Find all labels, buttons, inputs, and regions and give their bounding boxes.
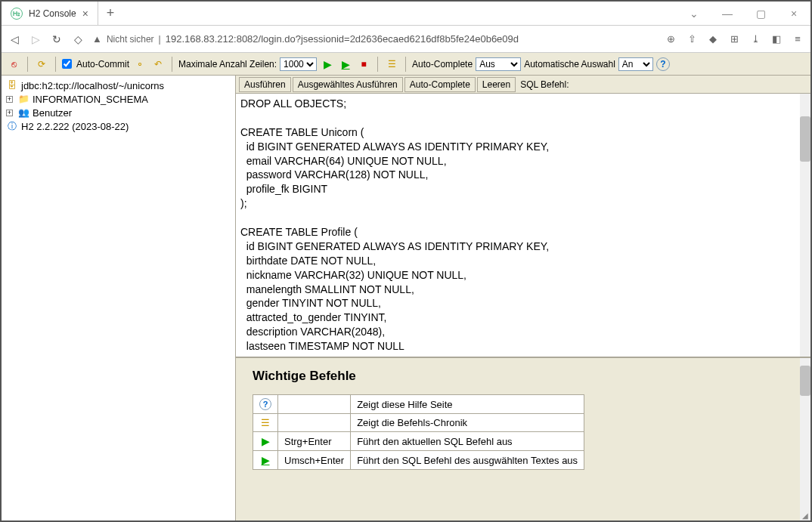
auto-complete-select[interactable]: Aus [476,57,521,71]
history-icon[interactable]: ☰ [384,57,399,72]
cmd-key: Umsch+Enter [278,451,351,470]
rollback-icon[interactable]: ↶ [150,57,166,72]
tree-jdbc-url[interactable]: 🗄 jdbc:h2:tcp://localhost/~/unicorns [6,79,231,92]
auto-complete-label: Auto-Complete [412,59,473,69]
main-area: Ausführen Ausgewähltes Ausführen Auto-Co… [236,76,810,520]
version-label: H2 2.2.222 (2023-08-22) [21,121,129,132]
expand-icon[interactable]: + [6,96,13,103]
jdbc-label: jdbc:h2:tcp://localhost/~/unicorns [21,80,164,91]
sql-label: SQL Befehl: [520,79,569,90]
commit-icon[interactable]: ⚬ [132,57,147,72]
cmd-desc: Zeigt die Befehls-Chronik [351,414,584,432]
run-selected-icon[interactable]: ▶ [338,57,353,72]
cmd-key [278,395,351,414]
editor-scroll-thumb[interactable] [800,116,810,162]
tab-title: H2 Console [29,8,76,19]
brave-shield-icon[interactable]: ◆ [706,32,720,46]
table-row: ▶Strg+EnterFührt den aktuellen SQL Befeh… [253,432,584,451]
sidebar-toggle-icon[interactable]: ◧ [770,32,783,46]
commands-table: ?Zeigt diese Hilfe Seite☰Zeigt die Befeh… [253,394,584,470]
download-icon[interactable]: ⤓ [748,32,762,46]
tree-version[interactable]: ⓘ H2 2.2.222 (2023-08-22) [6,119,231,133]
cmd-desc: Zeigt diese Hilfe Seite [351,395,584,414]
nav-forward-icon[interactable]: ▷ [29,32,42,46]
run-button[interactable]: Ausführen [239,77,291,92]
url-text: 192.168.83.212:8082/login.do?jsessionid=… [166,33,519,45]
auto-auswahl-label: Automatische Auswahl [524,59,615,69]
url-area[interactable]: ▲ Nicht sicher | 192.168.83.212:8082/log… [92,33,656,45]
security-label: Nicht sicher [107,34,154,45]
cmd-desc: Führt den SQL Befehl des ausgwählten Tex… [351,451,584,470]
h2-favicon-icon: H₂ [11,8,23,20]
h2-toolbar: ⎋ ⟳ Auto-Commit ⚬ ↶ Maximale Anzahl Zeil… [2,53,810,76]
resize-handle-icon[interactable]: ◢ [800,510,810,520]
cmd-icon: ? [253,395,278,414]
window-maximize-icon[interactable]: ▢ [744,2,777,25]
cmd-icon: ▶ [253,432,278,451]
db-tree: 🗄 jdbc:h2:tcp://localhost/~/unicorns + 📁… [2,76,236,520]
sql-editor[interactable] [236,94,810,357]
window-minimize-icon[interactable]: — [711,2,744,25]
table-row: ☰Zeigt die Befehls-Chronik [253,414,584,432]
info-icon: ⓘ [6,120,18,132]
schema-label: INFORMATION_SCHEMA [33,94,148,105]
address-bar: ◁ ▷ ↻ ◇ ▲ Nicht sicher | 192.168.83.212:… [2,26,810,53]
max-rows-select[interactable]: 1000 [280,57,317,71]
max-rows-label: Maximale Anzahl Zeilen: [178,59,277,69]
new-tab-button[interactable]: + [98,2,122,25]
insecure-icon: ▲ [92,33,102,45]
disconnect-icon[interactable]: ⎋ [6,57,21,72]
window-chevron-icon[interactable]: ⌄ [677,2,711,25]
cmd-desc: Führt den aktuellen SQL Befehl aus [351,432,584,451]
sql-editor-wrap [236,94,810,358]
table-row: ?Zeigt diese Hilfe Seite [253,395,584,414]
folder-icon: 📁 [17,93,29,105]
zoom-icon[interactable]: ⊕ [664,32,677,46]
browser-tab[interactable]: H₂ H2 Console × [2,2,98,25]
auto-commit-label: Auto-Commit [76,59,129,69]
cmd-key [278,414,351,432]
expand-icon[interactable]: + [6,110,13,116]
nav-back-icon[interactable]: ◁ [8,32,21,46]
workspace: 🗄 jdbc:h2:tcp://localhost/~/unicorns + 📁… [2,76,810,520]
table-row: ▶Umsch+EnterFührt den SQL Befehl des aus… [253,451,584,470]
sql-button-bar: Ausführen Ausgewähltes Ausführen Auto-Co… [236,76,810,94]
results-heading: Wichtige Befehle [253,369,794,384]
window-close-icon[interactable]: × [777,2,810,25]
nav-bookmark-icon[interactable]: ◇ [71,32,85,46]
cmd-icon: ▶ [253,451,278,470]
run-icon[interactable]: ▶ [320,57,335,72]
cmd-key: Strg+Enter [278,432,351,451]
auto-auswahl-select[interactable]: An [618,57,653,71]
tab-close-icon[interactable]: × [82,8,88,20]
menu-icon[interactable]: ≡ [791,32,804,46]
database-icon: 🗄 [6,79,18,91]
share-icon[interactable]: ⇧ [685,32,699,46]
results-scroll-thumb[interactable] [800,366,810,396]
cmd-icon: ☰ [253,414,278,432]
results-panel: Wichtige Befehle ?Zeigt diese Hilfe Seit… [236,358,810,520]
users-label: Benutzer [33,107,72,119]
help-icon[interactable]: ? [656,57,670,71]
stop-icon[interactable]: ■ [356,57,371,72]
tree-schema[interactable]: + 📁 INFORMATION_SCHEMA [6,92,231,106]
window-buttons: ⌄ — ▢ × [677,2,810,25]
browser-titlebar: H₂ H2 Console × + ⌄ — ▢ × [2,2,810,26]
run-selected-button[interactable]: Ausgewähltes Ausführen [293,77,403,92]
extensions-icon[interactable]: ⊞ [727,32,741,46]
nav-reload-icon[interactable]: ↻ [50,32,64,46]
clear-button[interactable]: Leeren [477,77,516,92]
users-icon: 👥 [17,107,29,119]
auto-commit-checkbox[interactable] [62,59,72,69]
auto-complete-button[interactable]: Auto-Complete [404,77,476,92]
refresh-icon[interactable]: ⟳ [34,57,49,72]
tree-users[interactable]: + 👥 Benutzer [6,106,231,119]
